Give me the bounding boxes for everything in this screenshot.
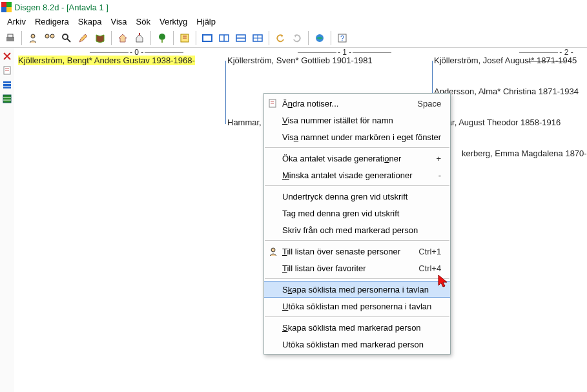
undo-icon[interactable] (273, 30, 288, 46)
layout2-icon[interactable] (216, 30, 232, 46)
context-menu-shortcut: Ctrl+4 (403, 263, 441, 273)
context-menu-item[interactable]: Ändra notiser...Space (264, 95, 450, 112)
toolbar: ? (0, 28, 587, 48)
svg-point-9 (63, 34, 68, 39)
context-menu-item[interactable]: Öka antalet visade generationer+ (264, 150, 450, 167)
svg-point-42 (271, 248, 275, 252)
menu-verktyg[interactable]: Verktyg (155, 15, 192, 28)
context-menu-label: Skapa söklista med markerad person (282, 323, 421, 333)
layout4-icon[interactable] (250, 30, 265, 46)
home-icon[interactable] (115, 30, 130, 46)
context-menu-item[interactable]: Skapa söklista med personerna i tavlan (264, 281, 450, 298)
globe-icon[interactable] (312, 30, 327, 46)
work-area: - 0 - - 1 - - 2 - Kjöllerström, Bengt* A… (0, 48, 587, 392)
person-selected[interactable]: Kjöllerström, Bengt* Anders Gustav 1938-… (18, 56, 195, 65)
context-menu-item[interactable]: Skriv från och med markerad person (264, 222, 450, 238)
svg-point-12 (159, 34, 165, 40)
svg-text:?: ? (340, 34, 344, 42)
layout3-icon[interactable] (233, 30, 249, 46)
menu-separator (265, 147, 449, 148)
svg-point-8 (50, 34, 54, 38)
person-node[interactable]: Kjöllerström, Josef August* 1871-1945 (434, 56, 577, 65)
svg-rect-36 (3, 95, 11, 103)
menu-redigera[interactable]: Redigera (30, 15, 74, 28)
layout1-icon[interactable] (200, 30, 215, 46)
context-menu-label: Skapa söklista med personerna i tavlan (282, 285, 429, 294)
menu-skapa[interactable]: Skapa (74, 15, 107, 28)
context-menu-label: Till listan över favoriter (282, 263, 366, 273)
context-menu-label: Ändra notiser... (282, 99, 338, 108)
context-menu-item[interactable]: Visa nummer istället för namn (264, 112, 450, 129)
svg-rect-13 (161, 39, 163, 43)
sidebar-list-icon[interactable] (1, 79, 13, 90)
cursor-icon (437, 274, 450, 288)
context-menu-label: Öka antalet visade generationer (282, 154, 401, 163)
couple-icon[interactable] (42, 30, 57, 46)
context-menu-label: Undertryck denna gren vid utskrift (282, 192, 407, 201)
person-icon[interactable] (25, 30, 41, 46)
context-menu: Ändra notiser...SpaceVisa nummer iställe… (263, 93, 451, 355)
person-node[interactable]: kerberg, Emma Magdalena 1870-1956 (462, 149, 587, 158)
menu-arkiv[interactable]: Arkiv (3, 15, 30, 28)
title-bar: Disgen 8.2d - [Antavla 1 ] (0, 0, 587, 14)
tree-icon[interactable] (154, 30, 170, 46)
context-menu-item[interactable]: Skapa söklista med markerad person (264, 319, 450, 336)
person-node[interactable]: Kjöllerström, Sven* Gottlieb 1901-1981 (227, 56, 373, 65)
tree-line (225, 61, 226, 124)
context-menu-shortcut: - (423, 170, 441, 180)
context-menu-label: Tag med denna gren vid utskrift (282, 209, 399, 218)
context-menu-label: Skriv från och med markerad person (282, 225, 418, 235)
tree-line (432, 61, 433, 93)
menu-separator (265, 278, 449, 279)
svg-line-10 (67, 39, 70, 42)
context-menu-shortcut: Ctrl+1 (403, 247, 441, 256)
context-menu-item[interactable]: Till listan över favoriterCtrl+4 (264, 260, 450, 276)
context-menu-item[interactable]: Visa namnet under markören i eget fönste… (264, 129, 450, 145)
menu-separator (265, 185, 449, 186)
search-icon[interactable] (59, 30, 74, 46)
context-menu-item[interactable]: Minska antalet visade generationer- (264, 167, 450, 183)
sidebar-close-icon[interactable] (1, 50, 13, 62)
person-node[interactable]: Andersson, Alma* Christina 1871-1934 (434, 87, 579, 96)
sidebar-doc-icon[interactable] (1, 65, 13, 76)
person-icon (268, 246, 278, 256)
app-icon (1, 2, 12, 12)
svg-rect-34 (3, 84, 11, 86)
menu-separator (265, 240, 449, 241)
redo-icon[interactable] (289, 30, 305, 46)
edit-icon (268, 98, 278, 108)
context-menu-item[interactable]: Tag med denna gren vid utskrift (264, 205, 450, 222)
menu-hjalp[interactable]: Hjälp (192, 15, 220, 28)
edit-icon[interactable] (76, 30, 91, 46)
svg-rect-5 (8, 34, 13, 37)
context-menu-label: Utöka söklistan med markerad person (282, 340, 424, 349)
print-icon[interactable] (3, 30, 18, 46)
context-menu-item[interactable]: Till listan över senaste personerCtrl+1 (264, 243, 450, 260)
sidebar-table-icon[interactable] (1, 93, 13, 105)
church-icon[interactable] (132, 30, 147, 46)
menu-sok[interactable]: Sök (132, 15, 155, 28)
menu-bar: Arkiv Redigera Skapa Visa Sök Verktyg Hj… (0, 14, 587, 28)
context-menu-label: Visa nummer istället för namn (282, 116, 393, 125)
svg-rect-1 (6, 2, 12, 7)
left-sidebar (0, 48, 14, 392)
person-node[interactable]: mar, August Theodor 1858-1916 (440, 118, 561, 127)
help-icon[interactable]: ? (335, 30, 350, 46)
context-menu-label: Visa namnet under markören i eget fönste… (282, 132, 441, 142)
tree-canvas[interactable]: - 0 - - 1 - - 2 - Kjöllerström, Bengt* A… (14, 48, 587, 392)
chart-icon[interactable] (177, 30, 192, 46)
svg-rect-35 (3, 87, 11, 88)
svg-point-7 (45, 34, 49, 38)
menu-visa[interactable]: Visa (107, 15, 132, 28)
context-menu-label: Utöka söklistan med personerna i tavlan (282, 302, 431, 311)
context-menu-label: Till listan över senaste personer (282, 247, 400, 256)
svg-rect-0 (1, 2, 6, 7)
context-menu-label: Minska antalet visade generationer (282, 170, 413, 180)
context-menu-item[interactable]: Utöka söklistan med markerad person (264, 336, 450, 353)
context-menu-shortcut: Space (402, 99, 441, 108)
svg-rect-17 (203, 35, 212, 41)
book-icon[interactable] (92, 30, 108, 46)
context-menu-item[interactable]: Undertryck denna gren vid utskrift (264, 188, 450, 205)
svg-rect-33 (3, 81, 11, 83)
context-menu-item[interactable]: Utöka söklistan med personerna i tavlan (264, 298, 450, 315)
